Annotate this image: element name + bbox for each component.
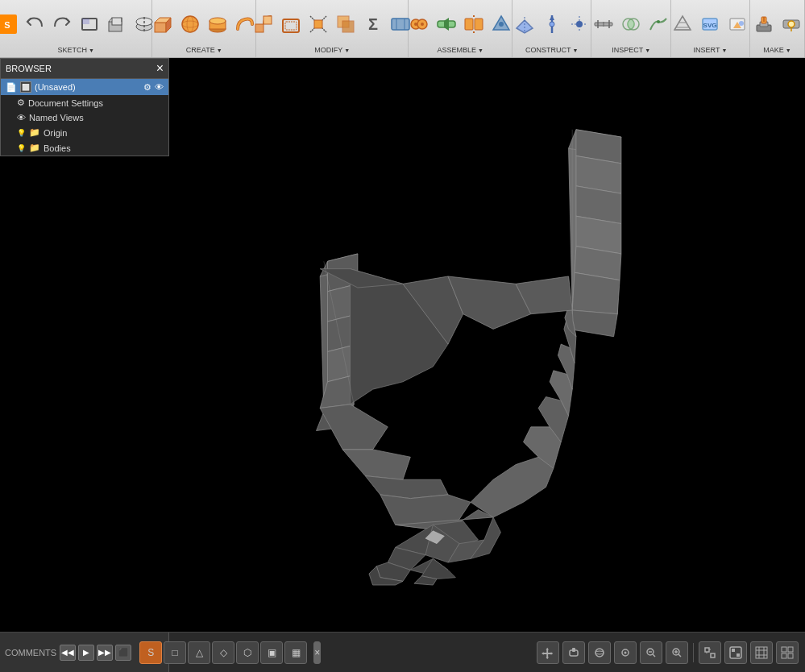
- toolbar: S: [0, 0, 805, 58]
- stop-button[interactable]: ⬛: [115, 645, 131, 661]
- eye-icon[interactable]: 👁: [155, 82, 164, 92]
- grid-button[interactable]: [750, 641, 773, 664]
- curvature-button[interactable]: [645, 11, 671, 37]
- create-group-label[interactable]: CREATE ▼: [186, 46, 222, 54]
- as-built-joint-button[interactable]: [488, 11, 514, 37]
- svg-text:S: S: [5, 20, 10, 30]
- svg-text:SVG: SVG: [703, 22, 717, 29]
- assemble-group-label[interactable]: ASSEMBLE ▼: [438, 46, 483, 54]
- file-icon: 📄: [6, 82, 17, 93]
- modify-group-label[interactable]: MODIFY ▼: [314, 46, 350, 54]
- browser-item-unsaved[interactable]: 📄 ⬜ (Unsaved) ⚙ 👁: [1, 79, 168, 95]
- settings-icon[interactable]: ⚙: [143, 82, 151, 93]
- pan-button[interactable]: [562, 641, 585, 664]
- point-button[interactable]: [566, 11, 592, 37]
- svg-rect-150: [756, 647, 767, 658]
- browser-panel: BROWSER × 📄 ⬜ (Unsaved) ⚙ 👁 ⚙ Document S…: [0, 58, 169, 156]
- play-previous-button[interactable]: ◀◀: [60, 645, 76, 661]
- insert-mesh-button[interactable]: [670, 11, 695, 37]
- svg-marker-93: [572, 272, 620, 313]
- combine-button[interactable]: [333, 11, 359, 37]
- browser-item-doc-settings[interactable]: ⚙ Document Settings: [1, 95, 168, 110]
- browser-item-named-views[interactable]: 👁 Named Views: [1, 110, 168, 125]
- display-mode-button[interactable]: [724, 641, 747, 664]
- svg-point-43: [499, 22, 504, 27]
- bottom-right-panel: [169, 641, 805, 664]
- shell-button[interactable]: [278, 11, 304, 37]
- svg-line-23: [310, 16, 314, 20]
- svg-rect-22: [314, 20, 322, 28]
- gear-icon: ⚙: [17, 97, 25, 108]
- snap-button[interactable]: [776, 641, 799, 664]
- svg-rect-151: [782, 647, 786, 652]
- svg-rect-9: [155, 23, 166, 32]
- svg-rect-18: [255, 24, 263, 32]
- svg-point-12: [182, 16, 198, 32]
- toolbar-group-make: MAKE ▼: [750, 0, 805, 57]
- origin-label: Origin: [44, 128, 67, 138]
- contact-button[interactable]: [461, 11, 487, 37]
- browser-item-bodies[interactable]: 💡 📁 Bodies: [1, 140, 168, 156]
- insert-svg-button[interactable]: SVG: [697, 11, 723, 37]
- laser-button[interactable]: [778, 11, 804, 37]
- named-views-label: Named Views: [29, 113, 84, 122]
- decal-button[interactable]: [724, 11, 750, 37]
- interference-button[interactable]: [618, 11, 644, 37]
- toolbar-group-create: CREATE ▼: [152, 0, 256, 57]
- svg-rect-3: [82, 19, 89, 24]
- fillet-button[interactable]: [251, 11, 276, 37]
- browser-item-origin[interactable]: 💡 📁 Origin: [1, 125, 168, 140]
- svg-rect-28: [342, 21, 354, 32]
- sketch-button[interactable]: S: [0, 11, 20, 37]
- svg-rect-5: [112, 18, 122, 25]
- bottom-left-panel: COMMENTS ◀◀ ▶ ▶▶ ⬛ S □ △ ◇ ⬡ ▣ ▦ ×: [0, 633, 169, 672]
- undo-button[interactable]: [22, 11, 48, 37]
- zoom-out-button[interactable]: [640, 641, 662, 664]
- joint-button[interactable]: [406, 11, 432, 37]
- cylinder-button[interactable]: [205, 11, 230, 37]
- sphere-button[interactable]: [177, 11, 203, 37]
- timeline-btn-1[interactable]: S: [139, 641, 162, 664]
- zoom-in-button[interactable]: [666, 641, 688, 664]
- folder-icon: 📁: [29, 127, 40, 138]
- construct-group-label[interactable]: CONSTRUCT ▼: [525, 46, 578, 54]
- orbit-button[interactable]: [588, 641, 611, 664]
- make-group-label[interactable]: MAKE ▼: [763, 46, 790, 54]
- 3dprint-button[interactable]: [751, 11, 777, 37]
- play-next-button[interactable]: ▶▶: [97, 645, 113, 661]
- motion-button[interactable]: [434, 11, 459, 37]
- move-nav-button[interactable]: [537, 641, 559, 664]
- svg-rect-21: [285, 22, 297, 30]
- toolbar-group-modify: Σ MODIFY ▼: [256, 0, 409, 57]
- fit-button[interactable]: [699, 641, 721, 664]
- redo-button[interactable]: [49, 11, 75, 37]
- svg-point-69: [739, 21, 744, 26]
- bodies-label: Bodies: [44, 143, 71, 153]
- svg-line-138: [678, 654, 681, 657]
- sketch-group-label[interactable]: SKETCH ▼: [57, 46, 93, 54]
- scale-button[interactable]: [305, 11, 331, 37]
- pushpull-button[interactable]: [104, 11, 130, 37]
- svg-point-48: [550, 22, 554, 27]
- browser-content: 📄 ⬜ (Unsaved) ⚙ 👁 ⚙ Document Settings 👁 …: [0, 79, 169, 156]
- plane-button[interactable]: [512, 11, 537, 37]
- svg-rect-144: [732, 649, 735, 652]
- toolbar-group-inspect: INSPECT ▼: [591, 0, 670, 57]
- insert-group-label[interactable]: INSERT ▼: [694, 46, 728, 54]
- browser-close[interactable]: ×: [156, 61, 164, 76]
- sum-button[interactable]: Σ: [360, 11, 386, 37]
- svg-rect-127: [572, 648, 575, 652]
- toolbar-group-construct: CONSTRUCT ▼: [512, 0, 591, 57]
- svg-point-17: [210, 18, 226, 24]
- look-button[interactable]: [614, 641, 637, 664]
- rectangle-button[interactable]: [77, 11, 102, 37]
- play-button[interactable]: ▶: [78, 645, 94, 661]
- axis-button[interactable]: [539, 11, 565, 37]
- svg-text:Σ: Σ: [368, 15, 378, 33]
- measure-button[interactable]: [591, 11, 616, 37]
- inspect-group-label[interactable]: INSPECT ▼: [612, 46, 650, 54]
- svg-point-36: [421, 23, 424, 26]
- svg-line-25: [310, 28, 314, 32]
- box-button[interactable]: [150, 11, 176, 37]
- toolbar-group-insert: SVG INSERT ▼: [671, 0, 750, 57]
